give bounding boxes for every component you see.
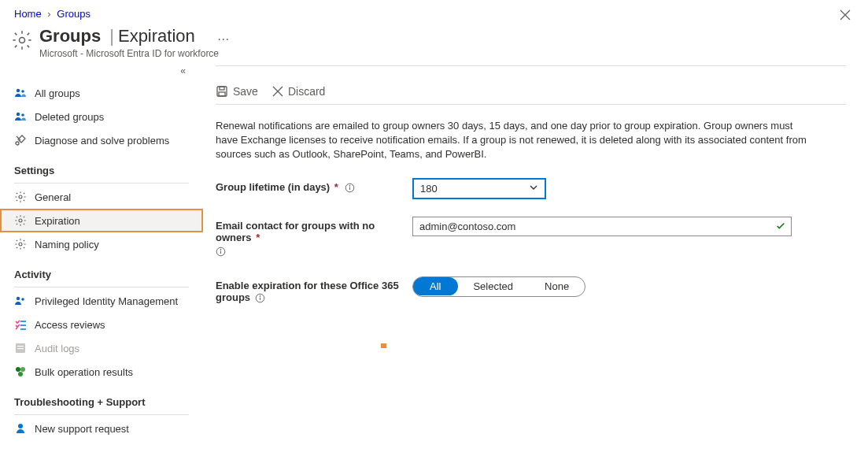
sidebar-section-settings: Settings [0, 152, 203, 181]
sidebar-item-naming-policy[interactable]: Naming policy [0, 232, 203, 256]
lifetime-value: 180 [420, 183, 438, 195]
svg-point-1 [17, 89, 20, 92]
sidebar-label: Audit logs [35, 343, 79, 354]
info-text: Renewal notifications are emailed to gro… [216, 119, 814, 162]
sidebar-item-general[interactable]: General [0, 185, 203, 209]
sidebar-label: Expiration [35, 215, 80, 227]
svg-point-5 [16, 142, 19, 145]
sidebar-label: All groups [35, 87, 80, 99]
svg-point-0 [20, 38, 25, 43]
svg-point-6 [19, 195, 22, 198]
gear-icon [14, 191, 27, 203]
collapse-sidebar-button[interactable]: « [0, 65, 203, 81]
email-input[interactable]: admin@contoso.com [412, 217, 792, 236]
page-header: Groups | Expiration … Microsoft - Micros… [0, 26, 868, 65]
bulk-icon [14, 365, 27, 378]
sidebar-item-deleted-groups[interactable]: Deleted groups [0, 105, 203, 128]
toolbar: Save Discard [216, 83, 846, 105]
gear-icon [14, 214, 27, 227]
sidebar-label: Privileged Identity Management [35, 295, 178, 307]
seg-none[interactable]: None [529, 278, 585, 295]
info-icon[interactable] [255, 293, 265, 303]
svg-point-16 [18, 372, 23, 376]
email-label: Email contact for groups with no owners … [216, 217, 412, 259]
svg-point-15 [20, 367, 25, 372]
people-icon [14, 110, 27, 123]
gear-icon [11, 29, 33, 51]
people-icon [14, 87, 27, 99]
info-icon[interactable] [345, 183, 355, 193]
svg-point-14 [16, 367, 20, 372]
chevron-right-icon: › [47, 8, 50, 20]
svg-point-29 [260, 295, 260, 296]
sidebar-item-support-request[interactable]: New support request [0, 417, 203, 440]
svg-point-4 [21, 113, 24, 117]
lifetime-select[interactable]: 180 [412, 178, 546, 199]
sidebar-item-bulk-results[interactable]: Bulk operation results [0, 360, 203, 384]
breadcrumb-groups[interactable]: Groups [57, 8, 90, 20]
sidebar-label: New support request [35, 423, 129, 435]
sidebar-label: Naming policy [35, 239, 99, 250]
lifetime-label: Group lifetime (in days) * [216, 178, 412, 193]
sidebar-label: Access reviews [35, 319, 105, 331]
sidebar-section-troubleshooting: Troubleshooting + Support [0, 384, 203, 413]
svg-point-23 [349, 185, 350, 186]
sidebar-item-expiration[interactable]: Expiration [0, 209, 203, 232]
page-subtitle: Microsoft - Microsoft Entra ID for workf… [39, 48, 231, 59]
discard-button[interactable]: Discard [272, 85, 325, 98]
svg-rect-13 [17, 348, 24, 349]
svg-point-2 [21, 90, 24, 93]
breadcrumb-home[interactable]: Home [14, 8, 42, 20]
save-icon [216, 85, 228, 98]
sidebar-label: General [35, 191, 71, 203]
sidebar: « All groups Deleted groups Diagnose and… [0, 65, 203, 440]
gear-icon [14, 238, 27, 250]
svg-point-9 [17, 297, 20, 300]
save-button[interactable]: Save [216, 85, 258, 98]
sidebar-item-audit-logs[interactable]: Audit logs [0, 336, 203, 360]
seg-all[interactable]: All [412, 277, 458, 295]
sidebar-item-diagnose[interactable]: Diagnose and solve problems [0, 128, 203, 152]
svg-point-7 [19, 219, 22, 222]
svg-rect-12 [17, 346, 24, 347]
svg-point-8 [19, 243, 22, 246]
enable-expiration-segmented[interactable]: All Selected None [412, 276, 585, 297]
svg-point-10 [21, 298, 24, 301]
close-button[interactable] [837, 6, 854, 27]
sidebar-item-all-groups[interactable]: All groups [0, 81, 203, 105]
sidebar-label: Bulk operation results [35, 366, 133, 378]
sidebar-label: Diagnose and solve problems [35, 135, 169, 146]
svg-point-3 [17, 113, 20, 116]
checklist-icon [14, 318, 27, 331]
diagnose-icon [14, 134, 27, 146]
chevron-down-icon [529, 183, 538, 195]
main-content: Save Discard Renewal notifications are e… [203, 65, 868, 440]
sidebar-item-access-reviews[interactable]: Access reviews [0, 313, 203, 336]
close-icon [840, 9, 851, 20]
discard-icon [272, 86, 283, 97]
sidebar-section-activity: Activity [0, 256, 203, 285]
people-icon [14, 295, 27, 307]
svg-point-17 [18, 424, 23, 428]
svg-point-26 [220, 249, 221, 250]
sidebar-label: Deleted groups [35, 111, 104, 123]
selection-marker [381, 343, 386, 348]
email-value: admin@contoso.com [419, 221, 515, 232]
seg-selected[interactable]: Selected [457, 278, 529, 295]
more-icon[interactable]: … [217, 29, 231, 43]
info-icon[interactable] [216, 247, 412, 259]
enable-label: Enable expiration for these Office 365 g… [216, 276, 412, 303]
page-title: Groups | Expiration … [39, 26, 231, 46]
check-icon [775, 221, 786, 234]
svg-rect-20 [219, 92, 225, 96]
svg-rect-19 [220, 87, 224, 90]
sidebar-item-pim[interactable]: Privileged Identity Management [0, 289, 203, 313]
breadcrumb: Home › Groups [0, 0, 868, 26]
log-icon [14, 342, 27, 354]
support-icon [14, 422, 27, 435]
